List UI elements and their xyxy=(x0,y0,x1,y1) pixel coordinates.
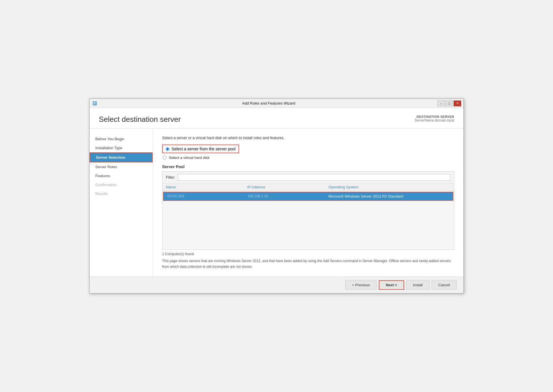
title-bar: Add Roles and Features Wizard – □ ✕ xyxy=(90,99,463,108)
row-ip: 192.168.1.10 xyxy=(248,194,328,198)
radio-group: Select a server from the server pool Sel… xyxy=(162,145,454,160)
col-header-os: Operating System xyxy=(329,185,450,189)
radio-vhd[interactable] xyxy=(163,156,166,160)
svg-rect-1 xyxy=(93,102,96,103)
window-controls: – □ ✕ xyxy=(438,101,461,106)
minimize-button[interactable]: – xyxy=(438,101,445,106)
sidebar-item-features[interactable]: Features xyxy=(90,171,153,180)
close-button[interactable]: ✕ xyxy=(454,101,461,106)
col-header-ip: IP Address xyxy=(247,185,328,189)
radio-vhd-option[interactable]: Select a virtual hard disk xyxy=(163,156,454,160)
table-body: SV-DC-001 192.168.1.10 Microsoft Windows… xyxy=(162,192,454,249)
page-header: Select destination server DESTINATION SE… xyxy=(90,108,463,129)
description-text: This page shows servers that are running… xyxy=(162,258,454,269)
radio-server-pool[interactable] xyxy=(166,147,169,151)
sidebar-item-before-you-begin[interactable]: Before You Begin xyxy=(90,135,153,143)
sidebar-item-server-selection[interactable]: Server Selection xyxy=(90,152,153,162)
radio-vhd-label[interactable]: Select a virtual hard disk xyxy=(169,156,210,160)
table-header: Name IP Address Operating System xyxy=(162,183,454,191)
instruction-text: Select a server or a virtual hard disk o… xyxy=(162,136,454,140)
server-pool-title: Server Pool xyxy=(162,164,454,169)
row-os: Microsoft Windows Server 2012 R2 Standar… xyxy=(328,194,449,198)
install-button[interactable]: Install xyxy=(406,281,429,289)
next-button[interactable]: Next > xyxy=(379,280,404,290)
sidebar-item-confirmation: Confirmation xyxy=(90,180,153,189)
svg-rect-3 xyxy=(93,104,95,105)
table-row[interactable]: SV-DC-001 192.168.1.10 Microsoft Windows… xyxy=(163,192,453,201)
row-name: SV-DC-001 xyxy=(167,194,248,198)
restore-button[interactable]: □ xyxy=(446,101,453,106)
footer: < Previous Next > Install Cancel xyxy=(90,277,463,293)
previous-button[interactable]: < Previous xyxy=(345,281,376,289)
filter-input[interactable] xyxy=(178,174,451,181)
destination-label: DESTINATION SERVER xyxy=(414,115,454,118)
radio-server-pool-option[interactable]: Select a server from the server pool xyxy=(162,145,239,153)
sidebar-item-results: Results xyxy=(90,189,153,198)
destination-server-info: DESTINATION SERVER ServerName.domain.loc… xyxy=(414,115,454,122)
radio-server-pool-label[interactable]: Select a server from the server pool xyxy=(172,147,236,151)
computers-found: 1 Computer(s) found xyxy=(162,252,454,256)
sidebar-item-installation-type[interactable]: Installation Type xyxy=(90,143,153,152)
filter-label: Filter: xyxy=(166,175,175,179)
sidebar: Before You Begin Installation Type Serve… xyxy=(90,129,153,276)
server-pool-section: Server Pool Filter: Name IP Address Oper… xyxy=(162,164,454,269)
server-pool-box: Filter: Name IP Address Operating System… xyxy=(162,171,454,250)
main-content: Before You Begin Installation Type Serve… xyxy=(90,129,463,276)
window-title: Add Roles and Features Wizard xyxy=(100,101,438,105)
col-header-name: Name xyxy=(166,185,247,189)
cancel-button[interactable]: Cancel xyxy=(432,281,457,289)
sidebar-item-server-roles[interactable]: Server Roles xyxy=(90,162,153,171)
right-panel: Select a server or a virtual hard disk o… xyxy=(153,129,463,276)
wizard-window: Add Roles and Features Wizard – □ ✕ Sele… xyxy=(89,99,464,293)
svg-rect-2 xyxy=(93,103,96,104)
app-icon xyxy=(92,101,98,106)
page-title: Select destination server xyxy=(99,115,181,124)
filter-row: Filter: xyxy=(162,172,454,183)
destination-value: ServerName.domain.local xyxy=(414,118,454,122)
